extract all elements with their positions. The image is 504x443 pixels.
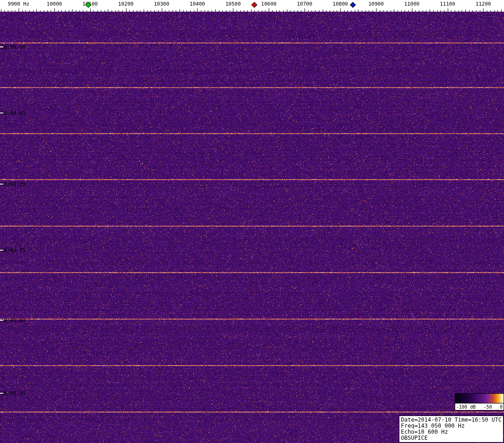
freq-tick xyxy=(47,10,48,12)
freq-tick xyxy=(158,10,159,12)
freq-tick xyxy=(122,10,123,12)
freq-tick xyxy=(247,10,248,12)
freq-tick xyxy=(408,10,409,12)
freq-tick-label: 10600 xyxy=(261,1,277,7)
freq-tick xyxy=(144,9,144,12)
freq-tick xyxy=(383,10,384,12)
freq-tick xyxy=(230,10,230,12)
freq-marker-blue[interactable] xyxy=(350,2,356,8)
freq-tick xyxy=(469,10,470,12)
freq-tick xyxy=(472,10,473,12)
freq-tick xyxy=(494,10,495,12)
info-box: Date=2014-07-10 Time=16:50 UTC Freq=143 … xyxy=(399,416,504,443)
freq-tick xyxy=(333,10,334,12)
freq-tick xyxy=(29,10,30,12)
freq-tick xyxy=(476,10,477,12)
freq-tick xyxy=(372,10,373,12)
freq-tick xyxy=(93,10,94,12)
freq-tick xyxy=(358,9,358,12)
freq-tick xyxy=(240,10,241,12)
freq-tick xyxy=(190,10,191,12)
freq-tick xyxy=(215,9,216,12)
freq-tick xyxy=(423,10,423,12)
freq-tick xyxy=(415,10,416,12)
freq-tick xyxy=(162,8,162,12)
freq-tick xyxy=(26,10,26,12)
freq-tick xyxy=(40,10,40,12)
freq-tick xyxy=(298,10,298,12)
freq-tick xyxy=(115,10,116,12)
freq-tick xyxy=(387,10,387,12)
freq-tick xyxy=(51,10,51,12)
freq-marker-red[interactable] xyxy=(252,2,258,8)
freq-tick xyxy=(101,10,101,12)
freq-tick xyxy=(129,10,130,12)
freq-tick-label: 11200 xyxy=(476,1,491,7)
freq-tick xyxy=(347,10,348,12)
spectrogram-canvas[interactable] xyxy=(0,12,504,443)
freq-tick xyxy=(312,10,312,12)
freq-tick-label: 10400 xyxy=(190,1,205,7)
freq-tick xyxy=(219,10,219,12)
freq-tick xyxy=(279,10,280,12)
freq-tick xyxy=(272,10,273,12)
freq-tick xyxy=(65,10,66,12)
freq-tick xyxy=(401,10,402,12)
freq-tick xyxy=(483,8,484,12)
freq-tick xyxy=(33,10,33,12)
freq-tick xyxy=(251,9,252,12)
freq-tick xyxy=(137,10,137,12)
freq-tick xyxy=(208,10,208,12)
freq-tick xyxy=(269,8,269,12)
color-scale-labels: -100 dB -50 0 xyxy=(455,403,504,410)
freq-tick-label: 10500 xyxy=(225,1,241,7)
freq-tick xyxy=(465,9,466,12)
freq-tick xyxy=(290,10,291,12)
freq-tick xyxy=(205,10,205,12)
freq-tick xyxy=(305,8,305,12)
freq-tick xyxy=(154,10,155,12)
freq-tick xyxy=(365,10,366,12)
freq-tick-label: 10700 xyxy=(297,1,312,7)
freq-tick xyxy=(405,10,405,12)
frequency-ruler[interactable]: 9900 Hz100001010010200103001040010500106… xyxy=(0,0,504,12)
freq-tick xyxy=(369,10,369,12)
freq-tick xyxy=(437,10,438,12)
freq-tick xyxy=(501,9,502,12)
freq-tick xyxy=(44,10,44,12)
freq-tick-label: 11000 xyxy=(404,1,419,7)
freq-tick xyxy=(1,9,1,12)
freq-tick xyxy=(112,10,112,12)
freq-tick xyxy=(433,10,434,12)
freq-tick xyxy=(105,10,105,12)
freq-tick xyxy=(426,10,426,12)
freq-tick xyxy=(491,10,491,12)
freq-tick xyxy=(197,8,198,12)
freq-tick xyxy=(362,10,362,12)
freq-tick xyxy=(194,10,194,12)
freq-tick-label: 9900 Hz xyxy=(8,1,29,7)
freq-tick xyxy=(133,10,133,12)
info-station-line: OBSUPICE xyxy=(401,435,502,441)
freq-tick-label: 11100 xyxy=(440,1,455,7)
freq-tick xyxy=(165,10,166,12)
freq-tick xyxy=(36,9,37,12)
freq-tick xyxy=(340,8,341,12)
freq-tick xyxy=(344,10,345,12)
freq-tick-label: 10200 xyxy=(118,1,133,7)
freq-tick xyxy=(169,10,169,12)
freq-tick xyxy=(201,10,201,12)
freq-tick xyxy=(448,8,448,12)
freq-tick xyxy=(462,10,462,12)
freq-tick xyxy=(355,10,355,12)
color-scale-legend: -100 dB -50 0 xyxy=(455,393,504,410)
freq-tick xyxy=(265,10,265,12)
freq-tick-label: 10000 xyxy=(46,1,62,7)
freq-tick xyxy=(12,10,12,12)
freq-tick xyxy=(326,10,326,12)
freq-tick xyxy=(455,10,455,12)
freq-tick xyxy=(222,10,223,12)
freq-tick xyxy=(244,10,244,12)
freq-tick xyxy=(430,9,430,12)
freq-tick xyxy=(276,10,277,12)
